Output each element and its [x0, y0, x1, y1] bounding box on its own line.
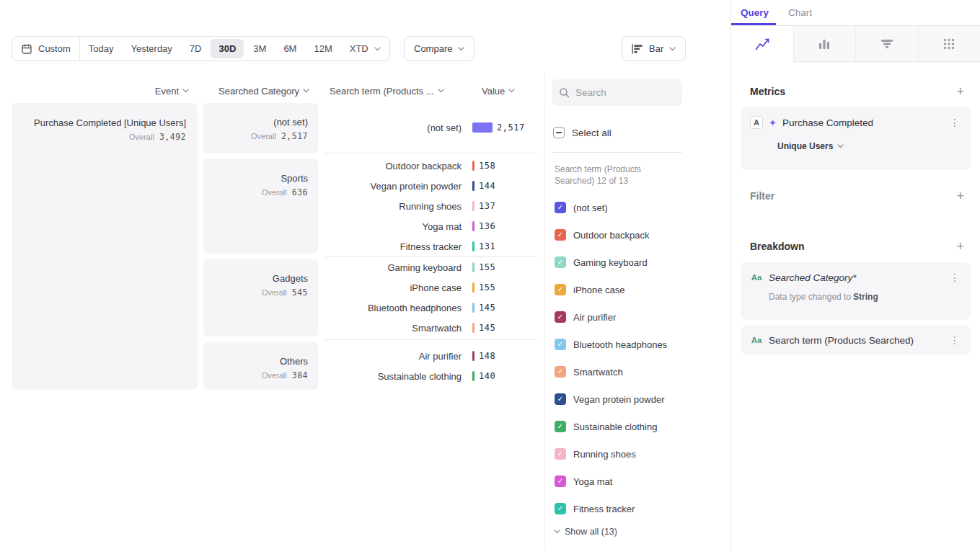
select-all-checkbox[interactable]: [553, 127, 565, 138]
compare-button[interactable]: Compare: [404, 36, 474, 61]
viz-tab-bar[interactable]: [793, 26, 856, 62]
value-label: 145: [479, 323, 495, 333]
category-cell[interactable]: Gadgets Overall545: [203, 259, 318, 336]
table-row[interactable]: Gaming keyboard 155: [325, 257, 538, 277]
breakdown-menu-button[interactable]: ⋮: [948, 334, 961, 346]
chevron-down-icon: [554, 530, 560, 534]
category-cell[interactable]: Others Overall384: [203, 342, 318, 390]
filter-item[interactable]: ✓ Yoga mat: [555, 468, 699, 495]
data-type-note: Data type changed toString: [769, 292, 961, 302]
search-input[interactable]: [575, 87, 675, 98]
checkbox-checked[interactable]: ✓: [555, 393, 566, 405]
filter-item[interactable]: ✓ iPhone case: [555, 276, 699, 303]
checkbox-checked[interactable]: ✓: [555, 421, 566, 432]
viz-tab-insights[interactable]: [731, 26, 793, 62]
analysis-type-tabs: [731, 26, 980, 62]
checkbox-checked[interactable]: ✓: [555, 366, 566, 378]
category-cell[interactable]: Sports Overall636: [203, 159, 318, 254]
insights-report: Custom Today Yesterday 7D 30D 3M 6M 12M …: [0, 0, 980, 549]
breakdown-card[interactable]: Aa Search term (Products Searched) ⋮: [741, 326, 971, 354]
select-all-label: Select all: [572, 128, 612, 138]
date-range-xtd-button[interactable]: XTD: [341, 37, 389, 61]
filter-item[interactable]: ✓ Outdoor backpack: [555, 221, 699, 249]
select-all-row[interactable]: Select all: [553, 127, 612, 138]
show-all-button[interactable]: Show all (13): [554, 527, 617, 537]
viz-tab-retention[interactable]: [918, 26, 980, 62]
column-header-event[interactable]: Event: [12, 84, 189, 97]
value-label: 140: [479, 371, 495, 381]
event-cell[interactable]: Purchase Completed [Unique Users] Overal…: [12, 103, 198, 390]
filter-item[interactable]: ✓ Gaming keyboard: [555, 249, 699, 276]
column-header-category[interactable]: Searched Category: [203, 84, 309, 97]
viz-tab-funnel[interactable]: [855, 26, 918, 62]
table-row[interactable]: Outdoor backpack 158: [325, 156, 538, 176]
horizontal-bars-icon: [632, 44, 643, 54]
checkbox-checked[interactable]: ✓: [555, 284, 566, 295]
string-type-icon: Aa: [750, 273, 763, 282]
filter-item[interactable]: ✓ Air purifier: [555, 303, 699, 331]
value-label: 155: [479, 282, 495, 293]
table-row[interactable]: Fitness tracker 131: [325, 236, 538, 256]
filter-item[interactable]: ✓ Smartwatch: [555, 358, 699, 385]
metric-menu-button[interactable]: ⋮: [948, 117, 961, 128]
chart-type-button[interactable]: Bar: [622, 36, 686, 61]
checkbox-checked[interactable]: ✓: [555, 339, 566, 350]
table-row[interactable]: Yoga mat 136: [325, 216, 538, 236]
date-range-12m-button[interactable]: 12M: [305, 37, 340, 61]
panel-divider: [544, 72, 545, 549]
tab-chart[interactable]: Chart: [788, 7, 812, 18]
filter-item[interactable]: ✓ Vegan protein powder: [555, 385, 699, 413]
table-row[interactable]: Bluetooth headphones 145: [325, 298, 538, 318]
search-box: [552, 79, 682, 106]
event-sparkle-icon: ✦: [769, 117, 777, 128]
filter-item[interactable]: ✓ Sustainable clothing: [555, 413, 699, 440]
date-range-30d-button[interactable]: 30D: [211, 39, 244, 58]
column-header-term[interactable]: Search term (Products ...: [330, 84, 444, 97]
date-range-yesterday-button[interactable]: Yesterday: [123, 37, 181, 61]
tab-query[interactable]: Query: [741, 7, 769, 18]
table-row[interactable]: Smartwatch 145: [325, 318, 538, 338]
grid-dots-icon: [943, 37, 955, 50]
add-breakdown-button[interactable]: +: [955, 240, 966, 253]
checkbox-checked[interactable]: ✓: [555, 476, 566, 487]
check-icon: ✓: [557, 505, 563, 512]
checkbox-checked[interactable]: ✓: [555, 202, 566, 213]
checkbox-checked[interactable]: ✓: [555, 256, 566, 268]
table-row[interactable]: Air purifier 148: [325, 346, 538, 366]
value-bar: [472, 181, 474, 191]
date-range-custom-button[interactable]: Custom: [12, 37, 80, 61]
filter-item[interactable]: ✓ (not set): [555, 194, 699, 221]
table-row[interactable]: Vegan protein powder 144: [325, 176, 538, 196]
category-cell[interactable]: (not set) Overall2,517: [203, 103, 318, 153]
table-row[interactable]: (not set) 2,517: [325, 117, 538, 138]
checkbox-checked[interactable]: ✓: [555, 311, 566, 323]
date-range-7d-button[interactable]: 7D: [181, 37, 211, 61]
breakdown-menu-button[interactable]: ⋮: [948, 272, 961, 283]
table-row[interactable]: Sustainable clothing 140: [325, 366, 538, 386]
filter-item[interactable]: ✓ Running shoes: [555, 440, 699, 468]
breakdown-card[interactable]: Aa Searched Category* ⋮ Data type change…: [741, 262, 971, 320]
chevron-down-icon: [669, 47, 676, 51]
add-metric-button[interactable]: +: [955, 85, 966, 98]
checkbox-checked[interactable]: ✓: [555, 448, 566, 460]
check-icon: ✓: [557, 478, 563, 485]
date-range-3m-button[interactable]: 3M: [244, 37, 275, 61]
metric-card[interactable]: A ✦ Purchase Completed ⋮ Unique Users: [741, 107, 971, 170]
table-row[interactable]: Running shoes 137: [325, 196, 538, 216]
category-name: Sports: [213, 173, 308, 184]
date-range-6m-button[interactable]: 6M: [275, 37, 305, 61]
measure-dropdown[interactable]: Unique Users: [777, 141, 961, 151]
filter-item[interactable]: ✓ Fitness tracker: [555, 495, 699, 522]
table-row[interactable]: iPhone case 155: [325, 277, 538, 298]
checkbox-checked[interactable]: ✓: [555, 503, 566, 514]
metrics-heading: Metrics: [750, 86, 785, 97]
checkbox-checked[interactable]: ✓: [555, 229, 566, 241]
series-letter-badge: A: [750, 116, 763, 129]
column-header-value[interactable]: Value: [482, 84, 515, 97]
filter-item[interactable]: ✓ Bluetooth headphones: [555, 331, 699, 358]
check-icon: ✓: [557, 204, 563, 211]
add-filter-button[interactable]: +: [955, 189, 966, 202]
date-range-today-button[interactable]: Today: [80, 37, 123, 61]
check-icon: ✓: [557, 423, 563, 430]
category-name: Gadgets: [213, 273, 308, 284]
